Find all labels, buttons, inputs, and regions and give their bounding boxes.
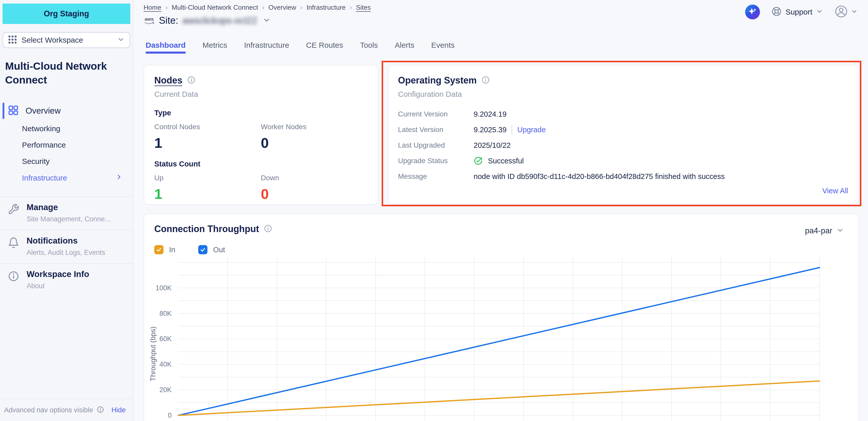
nodes-field-down: Down0 xyxy=(261,174,367,202)
nodes-card: Nodes Current Data Type Control Nodes1Wo… xyxy=(144,65,378,205)
advanced-nav-status: Advanced nav options visible xyxy=(4,406,93,414)
sidebar-item-performance[interactable]: Performance xyxy=(0,137,133,153)
os-value-text: Successful xyxy=(488,157,524,165)
tab-events[interactable]: Events xyxy=(431,41,455,54)
throughput-card-title: Connection Throughput xyxy=(154,224,259,234)
breadcrumb-item[interactable]: Sites xyxy=(356,4,371,11)
info-icon[interactable] xyxy=(187,75,196,85)
os-card-title: Operating System xyxy=(398,75,477,86)
legend-checkbox-out[interactable]: Out xyxy=(198,245,225,254)
operating-system-card: Operating System Configuration Data Curr… xyxy=(388,65,859,205)
svg-text:100K: 100K xyxy=(156,284,172,292)
tab-bar: DashboardMetricsInfrastructureCE RoutesT… xyxy=(144,41,859,54)
tab-infrastructure[interactable]: Infrastructure xyxy=(244,41,289,54)
tab-alerts[interactable]: Alerts xyxy=(395,41,414,54)
tab-metrics[interactable]: Metrics xyxy=(203,41,227,54)
nodes-card-title[interactable]: Nodes xyxy=(154,75,182,86)
nodes-field-up: Up1 xyxy=(154,174,261,202)
info-icon[interactable] xyxy=(264,224,272,234)
org-banner-label: Org Staging xyxy=(44,9,89,19)
legend-checkbox-in[interactable]: In xyxy=(154,245,175,254)
field-value: 1 xyxy=(154,186,261,202)
os-row-message: Messagenode with ID db590f3c-d11c-4d20-b… xyxy=(398,172,849,181)
checkbox-checked-icon xyxy=(154,245,163,254)
sparkle-icon xyxy=(747,6,758,18)
field-value: 0 xyxy=(261,134,367,151)
product-title: Multi-Cloud Network Connect xyxy=(5,59,128,87)
field-label: Up xyxy=(154,174,261,182)
os-value-text: 9.2024.19 xyxy=(474,110,506,119)
summary-cards-row: Nodes Current Data Type Control Nodes1Wo… xyxy=(144,65,859,205)
support-label: Support xyxy=(785,8,812,17)
site-node-selector[interactable]: pa4-par xyxy=(805,226,844,235)
os-row-last-upgraded: Last Upgraded2025/10/22 xyxy=(398,141,849,150)
os-value-text: 2025/10/22 xyxy=(474,141,510,150)
account-menu[interactable] xyxy=(834,5,858,20)
svg-text:80K: 80K xyxy=(159,310,172,317)
tab-tools[interactable]: Tools xyxy=(360,41,378,54)
topbar-actions: Support xyxy=(745,5,858,20)
section-subtitle: Site Management, Conne... xyxy=(27,215,111,223)
svg-text:60K: 60K xyxy=(159,335,172,343)
nodes-field-control-nodes: Control Nodes1 xyxy=(154,123,261,151)
svg-text:20K: 20K xyxy=(159,386,172,394)
chevron-down-icon xyxy=(117,36,125,44)
sidebar-sections: ManageSite Management, Conne...Notificat… xyxy=(0,196,133,297)
chevron-down-icon xyxy=(816,8,823,16)
avatar-icon xyxy=(834,5,848,20)
nodes-field-worker-nodes: Worker Nodes0 xyxy=(261,123,367,151)
sidebar-item-overview[interactable]: Overview xyxy=(0,101,133,121)
app-root: Org Staging Select Workspace Multi-Cloud… xyxy=(0,0,868,421)
nodes-grid: Type Control Nodes1Worker Nodes0 Status … xyxy=(154,109,367,202)
throughput-chart: 020K40K60K80K100KThroughput (bps) xyxy=(144,257,857,421)
nodes-card-subtitle: Current Data xyxy=(154,90,367,99)
info-icon[interactable] xyxy=(481,75,490,85)
section-title: Workspace Info xyxy=(27,269,89,279)
ai-assistant-button[interactable] xyxy=(745,5,760,20)
overview-grid-icon xyxy=(8,105,19,117)
os-row-latest-version: Latest Version9.2025.39Upgrade xyxy=(398,125,849,134)
os-row-label: Current Version xyxy=(398,110,474,118)
support-menu[interactable]: Support xyxy=(771,6,823,18)
field-value: 1 xyxy=(154,134,261,151)
sidebar-item-infrastructure[interactable]: Infrastructure xyxy=(0,169,133,186)
field-label: Worker Nodes xyxy=(261,123,367,131)
upgrade-link[interactable]: Upgrade xyxy=(517,126,546,134)
divider xyxy=(512,125,512,134)
breadcrumb-item[interactable]: Infrastructure xyxy=(307,4,346,11)
sidebar-item-networking[interactable]: Networking xyxy=(0,121,133,137)
sidebar-section-workspace-info[interactable]: Workspace InfoAbout xyxy=(0,263,133,297)
overview-subnav: NetworkingPerformanceSecurityInfrastruct… xyxy=(0,121,133,196)
os-card-wrapper: Operating System Configuration Data Curr… xyxy=(388,65,859,205)
org-banner[interactable]: Org Staging xyxy=(3,4,130,24)
field-label: Down xyxy=(261,174,367,182)
view-all-link[interactable]: View All xyxy=(822,187,848,195)
sidebar-section-manage[interactable]: ManageSite Management, Conne... xyxy=(0,196,133,230)
chevron-down-icon xyxy=(836,226,844,235)
sidebar-item-label: Infrastructure xyxy=(22,173,67,182)
wrench-icon xyxy=(8,203,20,223)
os-row-current-version: Current Version9.2024.19 xyxy=(398,110,849,119)
info-icon xyxy=(8,270,20,290)
checkbox-checked-icon xyxy=(198,245,208,254)
breadcrumb-separator: › xyxy=(350,4,352,11)
breadcrumb-item[interactable]: Home xyxy=(144,4,161,11)
sidebar-section-notifications[interactable]: NotificationsAlerts, Audit Logs, Events xyxy=(0,230,133,263)
section-title: Notifications xyxy=(27,236,105,246)
breadcrumb-item[interactable]: Overview xyxy=(269,4,296,11)
nodes-type-label: Type xyxy=(154,109,367,117)
os-row-label: Latest Version xyxy=(398,126,474,134)
site-chevron-down-icon[interactable] xyxy=(262,16,271,25)
chart-legend: InOut xyxy=(154,245,848,254)
workspace-selector[interactable]: Select Workspace xyxy=(3,32,130,48)
os-value-text: node with ID db590f3c-d11c-4d20-b866-bd4… xyxy=(474,172,725,181)
tab-ce-routes[interactable]: CE Routes xyxy=(306,41,343,54)
svg-text:0: 0 xyxy=(168,412,172,419)
breadcrumb-item[interactable]: Multi-Cloud Network Connect xyxy=(172,4,258,11)
breadcrumb-separator: › xyxy=(165,4,167,11)
tab-dashboard[interactable]: Dashboard xyxy=(146,41,186,54)
hide-nav-link[interactable]: Hide xyxy=(112,406,126,414)
lifebuoy-icon xyxy=(771,6,782,18)
sidebar-item-security[interactable]: Security xyxy=(0,153,133,169)
sidebar-item-label: Networking xyxy=(22,124,60,133)
